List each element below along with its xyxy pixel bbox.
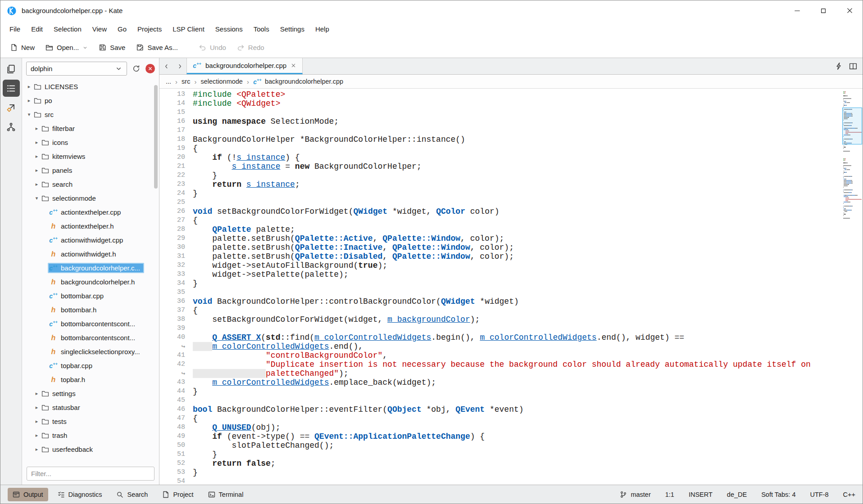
tree-item-topbar-h[interactable]: htopbar.h [22, 373, 159, 387]
menu-item-settings[interactable]: Settings [275, 22, 310, 36]
breadcrumb-item-backgroundcolorhelper-cpp[interactable]: c++backgroundcolorhelper.cpp [253, 78, 343, 85]
tab-backgroundcolorhelper-cpp[interactable]: c++ backgroundcolorhelper.cpp [186, 58, 303, 74]
statusbar-terminal-button[interactable]: Terminal [203, 488, 249, 501]
tree-item-src[interactable]: ▾src [22, 108, 159, 122]
redo-button[interactable]: Redo [232, 40, 269, 55]
documents-toolview-button[interactable] [3, 60, 20, 77]
code-line[interactable]: 46bool BackgroundColorHelper::eventFilte… [159, 405, 842, 414]
code-line[interactable]: 36void BackgroundColorHelper::controlBac… [159, 297, 842, 306]
status-tab-mode[interactable]: Soft Tabs: 4 [761, 491, 795, 498]
new-button[interactable]: New [5, 40, 40, 55]
code-line[interactable]: 44} [159, 387, 842, 396]
maximize-button[interactable] [810, 0, 836, 21]
undo-button[interactable]: Undo [194, 40, 231, 55]
code-line[interactable]: 25 [159, 198, 842, 207]
breadcrumb-item-[interactable]: ... [166, 78, 171, 85]
save-button[interactable]: Save [94, 40, 130, 55]
menu-item-go[interactable]: Go [112, 22, 132, 36]
code-line[interactable]: 22 } [159, 171, 842, 180]
tab-next-button[interactable] [173, 58, 186, 74]
code-line[interactable]: 17 [159, 126, 842, 135]
expand-chevron-icon[interactable]: ▸ [26, 98, 32, 104]
code-line[interactable]: 42 "Duplicate insertion is not necessary… [159, 360, 842, 369]
code-line[interactable]: 38 setBackgroundColorForWidget(widget, m… [159, 315, 842, 324]
status-git-branch[interactable]: master [620, 491, 650, 498]
save-as-button[interactable]: Save As... [131, 40, 183, 55]
code-line[interactable]: 35 [159, 288, 842, 297]
minimize-button[interactable] [784, 0, 810, 21]
status-highlight-mode[interactable]: C++ [843, 491, 855, 498]
tree-item-trash[interactable]: ▸trash [22, 428, 159, 442]
tree-item-actionwithwidget-cpp[interactable]: c++actionwithwidget.cpp [22, 233, 159, 247]
tree-item-userfeedback[interactable]: ▸userfeedback [22, 442, 159, 456]
tree-item-bottombarcontentscont[interactable]: hbottombarcontentscont... [22, 331, 159, 345]
tree-item-search[interactable]: ▸search [22, 177, 159, 191]
tree-item-bottombarcontentscont[interactable]: c++bottombarcontentscont... [22, 317, 159, 331]
breadcrumb-item-src[interactable]: src [182, 78, 190, 85]
tree-item-tests[interactable]: ▸tests [22, 414, 159, 428]
code-line[interactable]: 52 return false; [159, 459, 842, 468]
project-close-button[interactable] [145, 64, 155, 73]
code-line[interactable]: 53} [159, 468, 842, 477]
code-line[interactable]: 45 [159, 396, 842, 405]
tab-close-icon[interactable] [291, 63, 296, 68]
menu-item-projects[interactable]: Projects [132, 22, 167, 36]
open-button[interactable]: Open... [41, 40, 93, 55]
status-encoding[interactable]: UTF-8 [810, 491, 828, 498]
statusbar-project-button[interactable]: Project [157, 488, 198, 501]
code-area[interactable]: 13#include <QPalette>14#include <QWidget… [159, 89, 842, 485]
tree-item-statusbar[interactable]: ▸statusbar [22, 400, 159, 414]
code-line[interactable]: 24} [159, 189, 842, 198]
tree-item-bottombar-h[interactable]: hbottombar.h [22, 303, 159, 317]
tree-item-panels[interactable]: ▸panels [22, 163, 159, 177]
menu-item-file[interactable]: File [4, 22, 26, 36]
minimap[interactable] [842, 89, 863, 485]
menu-item-edit[interactable]: Edit [26, 22, 48, 36]
tree-item-settings[interactable]: ▸settings [22, 387, 159, 400]
code-line[interactable]: 23 return s_instance; [159, 180, 842, 189]
tree-item-actiontexthelper-cpp[interactable]: c++actiontexthelper.cpp [22, 205, 159, 219]
expand-chevron-icon[interactable]: ▸ [33, 391, 40, 396]
status-input-mode[interactable]: INSERT [689, 491, 713, 498]
expand-chevron-icon[interactable]: ▸ [33, 432, 40, 438]
code-line[interactable]: 48 Q_UNUSED(obj); [159, 423, 842, 432]
tree-item-filterbar[interactable]: ▸filterbar [22, 122, 159, 135]
tree-scrollbar[interactable] [154, 85, 158, 189]
expand-chevron-icon[interactable]: ▸ [33, 153, 40, 159]
code-line[interactable]: 29 palette.setBrush(QPalette::Active, QP… [159, 234, 842, 243]
code-line[interactable]: 27{ [159, 216, 842, 225]
statusbar-search-button[interactable]: Search [111, 488, 153, 501]
tree-item-po[interactable]: ▸po [22, 94, 159, 108]
menu-item-sessions[interactable]: Sessions [210, 22, 248, 36]
code-line[interactable]: 21 s_instance = new BackgroundColorHelpe… [159, 162, 842, 171]
expand-chevron-icon[interactable]: ▸ [33, 418, 40, 424]
git-toolview-button[interactable] [3, 99, 20, 116]
tree-item-singleclickselectionproxy[interactable]: hsingleclickselectionproxy... [22, 345, 159, 359]
code-line[interactable]: 51 } [159, 450, 842, 459]
statusbar-diagnostics-button[interactable]: Diagnostics [53, 488, 107, 501]
code-line[interactable]: 39 [159, 324, 842, 333]
split-view-icon[interactable] [849, 62, 857, 70]
code-line[interactable]: 34} [159, 279, 842, 288]
expand-chevron-icon[interactable]: ▸ [33, 405, 40, 410]
status-cursor-position[interactable]: 1:1 [665, 491, 674, 498]
tree-item-actiontexthelper-h[interactable]: hactiontexthelper.h [22, 219, 159, 233]
tree-item-selectionmode[interactable]: ▾selectionmode [22, 191, 159, 205]
code-line[interactable]: 50 slotPaletteChanged(); [159, 441, 842, 450]
code-line[interactable]: 49 if (event->type() == QEvent::Applicat… [159, 432, 842, 441]
project-selector[interactable]: dolphin [26, 62, 127, 76]
breadcrumb-item-selectionmode[interactable]: selectionmode [200, 78, 243, 85]
code-line[interactable]: 13#include <QPalette> [159, 90, 842, 99]
tree-item-kitemviews[interactable]: ▸kitemviews [22, 149, 159, 163]
project-filter-input[interactable] [27, 467, 154, 481]
tree-item-backgroundcolorhelper-c[interactable]: c++backgroundcolorhelper.c... [22, 261, 159, 275]
code-line[interactable]: 33 widget->setPalette(palette); [159, 270, 842, 279]
menu-item-selection[interactable]: Selection [48, 22, 87, 36]
menu-item-view[interactable]: View [87, 22, 112, 36]
minimap-viewport[interactable] [842, 108, 862, 144]
code-line[interactable]: 30 palette.setBrush(QPalette::Inactive, … [159, 243, 842, 252]
close-button[interactable] [836, 0, 863, 21]
code-line[interactable]: 31 palette.setBrush(QPalette::Disabled, … [159, 252, 842, 261]
code-line[interactable]: 20 if (!s_instance) { [159, 153, 842, 162]
code-line[interactable]: 16using namespace SelectionMode; [159, 117, 842, 126]
